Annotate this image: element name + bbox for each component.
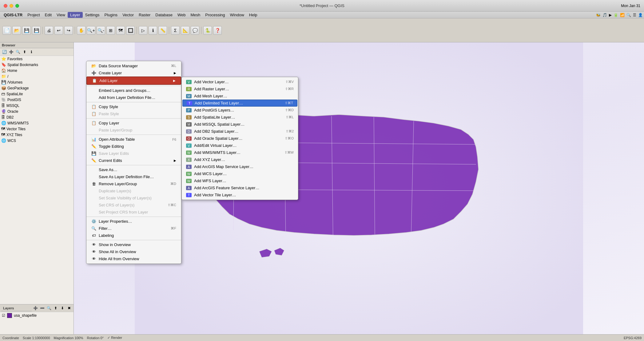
submenu-add-wcs[interactable]: W Add WCS Layer… bbox=[182, 170, 298, 177]
measure-button[interactable]: 📏 bbox=[158, 26, 167, 35]
python-button[interactable]: 🐍 bbox=[203, 26, 212, 35]
submenu-add-postgis[interactable]: P Add PostGIS Layers… ⇧⌘D bbox=[182, 107, 298, 114]
menu-show-overview[interactable]: 👁 Show in Overview bbox=[86, 241, 181, 248]
maximize-button[interactable] bbox=[15, 4, 19, 8]
layers-add-button[interactable]: ➕ bbox=[32, 305, 38, 311]
menu-window[interactable]: Window bbox=[228, 12, 247, 18]
menu-remove-layer[interactable]: 🗑 Remove Layer/Group ⌘D bbox=[86, 180, 181, 187]
menu-copy-layer[interactable]: 📋 Copy Layer bbox=[86, 120, 181, 127]
browser-item-oracle[interactable]: 🔮 Oracle bbox=[0, 108, 74, 114]
browser-item-mssql[interactable]: 🗄 MSSQL bbox=[0, 103, 74, 108]
menu-copy-style[interactable]: 📋 Copy Style bbox=[86, 103, 181, 110]
layer-checkbox[interactable]: ☑ bbox=[2, 313, 5, 318]
menu-mesh[interactable]: Mesh bbox=[188, 12, 203, 18]
menu-save-as[interactable]: Save As… bbox=[86, 166, 181, 173]
browser-item-vector-tiles[interactable]: 🗺 Vector Tiles bbox=[0, 126, 74, 132]
sys-user-icon[interactable]: 👤 bbox=[638, 13, 643, 17]
menu-vector[interactable]: Vector bbox=[120, 12, 136, 18]
menu-embed-layers[interactable]: Embed Layers and Groups… bbox=[86, 87, 181, 94]
submenu-add-arcgis-feature[interactable]: A Add ArcGIS Feature Service Layer… bbox=[182, 184, 298, 191]
browser-properties-button[interactable]: ℹ bbox=[28, 49, 34, 55]
browser-item-bookmarks[interactable]: 🔖 Spatial Bookmarks bbox=[0, 62, 74, 68]
menu-view[interactable]: View bbox=[54, 12, 68, 18]
print-layout-button[interactable]: 🖨 bbox=[45, 26, 53, 35]
menu-processing[interactable]: Processing bbox=[203, 12, 227, 18]
layers-filter-button[interactable]: 🔍 bbox=[46, 305, 52, 311]
menu-database[interactable]: Database bbox=[153, 12, 175, 18]
menu-layer[interactable]: Layer bbox=[68, 12, 83, 18]
submenu-add-mesh[interactable]: M Add Mesh Layer… bbox=[182, 92, 298, 100]
browser-item-root[interactable]: 📁 / bbox=[0, 73, 74, 79]
submenu-add-xyz[interactable]: X Add XYZ Layer… bbox=[182, 156, 298, 163]
submenu-add-oracle[interactable]: O Add Oracle Spatial Layer… ⇧⌘O bbox=[182, 135, 298, 142]
browser-item-db2[interactable]: 🗄 DB2 bbox=[0, 114, 74, 120]
zoom-in-button[interactable]: 🔍+ bbox=[87, 26, 95, 35]
help-button[interactable]: ❓ bbox=[213, 26, 222, 35]
menu-plugins[interactable]: Plugins bbox=[102, 12, 120, 18]
layers-remove-button[interactable]: ➖ bbox=[39, 305, 45, 311]
submenu-add-vector[interactable]: V Add Vector Layer… ⇧⌘V bbox=[182, 78, 298, 85]
menu-current-edits[interactable]: ✏️ Current Edits ▶ bbox=[86, 157, 181, 164]
submenu-add-arcgis-map[interactable]: A Add ArcGIS Map Service Layer… bbox=[182, 163, 298, 170]
menu-project[interactable]: Project bbox=[25, 12, 42, 18]
menu-settings[interactable]: Settings bbox=[83, 12, 102, 18]
browser-item-home[interactable]: 🏠 Home bbox=[0, 68, 74, 73]
menu-add-layer[interactable]: 📋 Add Layer ▶ bbox=[86, 76, 181, 85]
zoom-selection-button[interactable]: 🔲 bbox=[126, 26, 135, 35]
close-button[interactable] bbox=[4, 4, 7, 8]
menu-web[interactable]: Web bbox=[175, 12, 188, 18]
save-project-button[interactable]: 💾 bbox=[22, 26, 31, 35]
browser-item-xyz-tiles[interactable]: 🗺 XYZ Tiles bbox=[0, 132, 74, 138]
sys-menu-icon[interactable]: ☰ bbox=[633, 13, 636, 17]
browser-item-geopackage[interactable]: 📦 GeoPackage bbox=[0, 85, 74, 91]
menu-layer-properties[interactable]: ⚙️ Layer Properties… bbox=[86, 218, 181, 225]
submenu-add-vector-tile[interactable]: T Add Vector Tile Layer… bbox=[182, 191, 298, 198]
browser-item-wcs[interactable]: 🌐 WCS bbox=[0, 138, 74, 143]
browser-item-postgis[interactable]: 🐘 PostGIS bbox=[0, 97, 74, 103]
menu-save-as-def[interactable]: Save As Layer Definition File… bbox=[86, 173, 181, 180]
menu-edit[interactable]: Edit bbox=[42, 12, 54, 18]
open-project-button[interactable]: 📂 bbox=[12, 26, 21, 35]
zoom-layer-button[interactable]: 🗺 bbox=[116, 26, 125, 35]
select-features-button[interactable]: ▷ bbox=[139, 26, 147, 35]
menu-hide-all-overview[interactable]: 👁 Hide All from Overview bbox=[86, 255, 181, 262]
layer-item-usa-shapefile[interactable]: ☑ usa_shapefile bbox=[0, 312, 74, 319]
submenu-add-virtual[interactable]: V Add/Edit Virtual Layer… bbox=[182, 142, 298, 149]
pan-button[interactable]: ✋ bbox=[77, 26, 85, 35]
browser-item-favorites[interactable]: ⭐ Favorites bbox=[0, 56, 74, 62]
submenu-add-raster[interactable]: R Add Raster Layer… ⇧⌘R bbox=[182, 85, 298, 92]
browser-item-wms[interactable]: 🌐 WMS/WMTS bbox=[0, 120, 74, 126]
submenu-add-wfs[interactable]: W Add WFS Layer… bbox=[182, 177, 298, 184]
menu-data-source-manager[interactable]: 📂 Data Source Manager ⌘L bbox=[86, 62, 181, 69]
save-as-button[interactable]: 💾 bbox=[32, 26, 41, 35]
menu-open-attr-table[interactable]: 📊 Open Attribute Table F6 bbox=[86, 136, 181, 143]
menu-help[interactable]: Help bbox=[247, 12, 260, 18]
menu-create-layer[interactable]: ➕ Create Layer ▶ bbox=[86, 69, 181, 76]
layers-down-button[interactable]: ⬇ bbox=[59, 305, 66, 311]
new-project-button[interactable]: 📄 bbox=[2, 26, 11, 35]
browser-item-volumes[interactable]: 💾 /Volumes bbox=[0, 79, 74, 85]
menu-raster[interactable]: Raster bbox=[136, 12, 153, 18]
browser-refresh-button[interactable]: 🔄 bbox=[1, 49, 7, 55]
identify-button[interactable]: ℹ bbox=[149, 26, 157, 35]
browser-item-spatialite[interactable]: 🗃 SpatiaLite bbox=[0, 91, 74, 97]
zoom-extent-button[interactable]: ⊞ bbox=[106, 26, 115, 35]
menu-filter[interactable]: 🔍 Filter… ⌘F bbox=[86, 225, 181, 232]
ruler-button[interactable]: 📐 bbox=[181, 26, 189, 35]
redo-button[interactable]: ↪ bbox=[64, 26, 73, 35]
statusbar-render[interactable]: ✓ Render bbox=[107, 336, 122, 340]
layers-remove-selected-button[interactable]: ✖ bbox=[66, 305, 72, 311]
browser-add-button[interactable]: ➕ bbox=[8, 49, 14, 55]
browser-filter-button[interactable]: 🔍 bbox=[15, 49, 21, 55]
browser-collapse-button[interactable]: ⬆ bbox=[22, 49, 28, 55]
menu-labeling[interactable]: 🏷 Labeling bbox=[86, 232, 181, 239]
menu-qgis-ltr[interactable]: QGIS-LTR bbox=[1, 12, 25, 18]
menu-toggle-editing[interactable]: ✏️ Toggle Editing bbox=[86, 143, 181, 150]
undo-button[interactable]: ↩ bbox=[54, 26, 63, 35]
annotation-button[interactable]: 💬 bbox=[191, 26, 199, 35]
menu-add-from-def[interactable]: Add from Layer Definition File… bbox=[86, 94, 181, 101]
submenu-add-mssql[interactable]: M Add MSSQL Spatial Layer… bbox=[182, 121, 298, 128]
sys-search-icon[interactable]: 🔍 bbox=[626, 13, 631, 17]
statusbar-epsg[interactable]: EPSG:4269 bbox=[624, 336, 642, 340]
minimize-button[interactable] bbox=[10, 4, 13, 8]
